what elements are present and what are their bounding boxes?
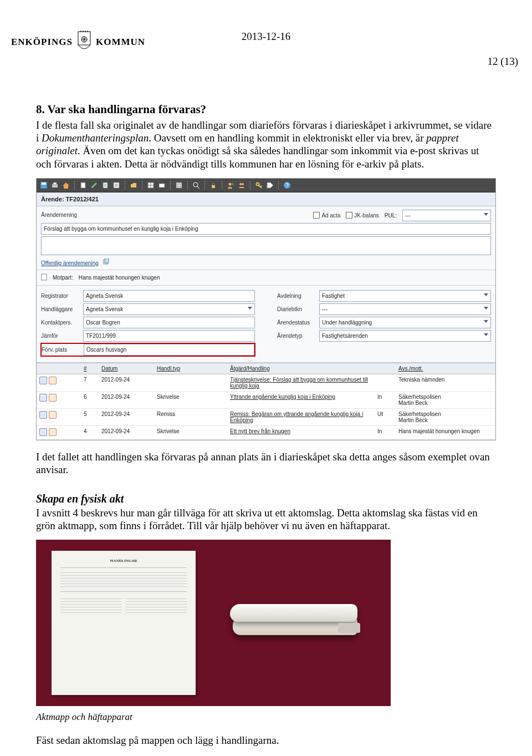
- svg-rect-5: [53, 182, 57, 185]
- handlingar-table: # Datum Handl.typ Åtgärd/Handling Avs./m…: [37, 363, 495, 440]
- user-add-icon[interactable]: [227, 181, 234, 189]
- row-open-icon[interactable]: [49, 411, 57, 419]
- arendestatus-select[interactable]: Under handläggning: [319, 317, 491, 328]
- folder-icon[interactable]: [130, 181, 137, 189]
- case-title: Ärende: TF2012/421: [37, 192, 495, 206]
- table-row[interactable]: 7 2012-09-24 Tjänsteskrivelse: Förslag a…: [37, 374, 495, 391]
- arendemening-input[interactable]: Förslag att bygga om kommunhuset en kung…: [41, 223, 491, 235]
- row-trash-icon[interactable]: [39, 411, 47, 419]
- print-icon[interactable]: [51, 181, 59, 189]
- table-row[interactable]: 5 2012-09-24 Remiss Remiss: Begäran om y…: [37, 408, 495, 425]
- edit-icon[interactable]: [90, 181, 98, 189]
- arendestatus-label: Ärendestatus: [277, 319, 316, 326]
- svg-point-12: [193, 182, 198, 187]
- table-icon[interactable]: [147, 181, 155, 189]
- doc-icon: [41, 273, 47, 282]
- crest-icon: [76, 31, 92, 55]
- row-open-icon[interactable]: [49, 394, 57, 402]
- tag-icon[interactable]: [266, 181, 274, 189]
- photo-aktmapp: HANDLINGAR: [36, 540, 391, 706]
- copy-icon[interactable]: [103, 260, 109, 266]
- section-8-title: 8. Var ska handlingarna förvaras?: [36, 103, 496, 116]
- svg-rect-13: [212, 185, 215, 188]
- svg-rect-11: [176, 182, 182, 188]
- app-toolbar: ?: [37, 179, 495, 192]
- org-left: ENKÖPINGS: [11, 37, 73, 47]
- org-logo: ENKÖPINGS KOMMUN: [11, 31, 155, 55]
- grid-icon[interactable]: [175, 181, 183, 189]
- arendemening-extra[interactable]: [41, 236, 491, 255]
- search-icon[interactable]: [192, 181, 200, 189]
- avdelning-label: Avdelning: [277, 293, 316, 299]
- card-icon[interactable]: [158, 181, 166, 189]
- col-atgard[interactable]: Åtgärd/Handling: [227, 363, 375, 374]
- motpart-label: Motpart:: [53, 275, 73, 281]
- arendetyp-select[interactable]: Fastighetsärenden: [319, 330, 491, 342]
- row-trash-icon[interactable]: [39, 394, 47, 402]
- table-row[interactable]: 4 2012-09-24 Skrivelse Ett nytt brev frå…: [37, 425, 495, 439]
- svg-text:?: ?: [285, 182, 289, 189]
- ad-acta-checkbox[interactable]: Ad acta: [313, 212, 340, 219]
- row-open-icon[interactable]: [49, 377, 57, 384]
- photo-paper: HANDLINGAR: [52, 551, 196, 695]
- handlaggare-select[interactable]: Agneta Svensk: [83, 303, 255, 315]
- pul-label: PUL:: [385, 212, 397, 219]
- photo-stapler: [230, 601, 360, 641]
- kontakt-input[interactable]: Oscar Bogren: [83, 317, 255, 328]
- jamfor-input[interactable]: TF2011/999: [83, 330, 255, 342]
- arendemening-label: Ärendemening: [41, 212, 77, 218]
- jk-balans-checkbox[interactable]: JK-balans: [346, 212, 378, 219]
- offentlig-link[interactable]: Offentlig ärendemening: [41, 260, 99, 266]
- list-icon[interactable]: [112, 181, 120, 189]
- avdelning-select[interactable]: Fastighet: [319, 290, 491, 302]
- diariebtkn-label: Diariebtkn: [277, 306, 316, 312]
- svg-rect-21: [105, 258, 109, 263]
- col-datum[interactable]: Datum: [99, 363, 154, 374]
- pul-select[interactable]: ---: [402, 210, 491, 221]
- svg-point-15: [239, 183, 242, 185]
- org-right: KOMMUN: [96, 37, 145, 47]
- handlaggare-label: Handläggare: [41, 306, 80, 312]
- svg-rect-22: [42, 274, 47, 280]
- page-indicator: 12 (13): [488, 55, 518, 68]
- help-icon[interactable]: ?: [283, 181, 291, 189]
- key-icon[interactable]: [255, 181, 263, 189]
- save-icon[interactable]: [40, 181, 48, 189]
- arendetyp-label: Ärendetyp: [277, 333, 316, 339]
- svg-point-16: [242, 183, 244, 185]
- col-handltyp[interactable]: Handl.typ: [154, 363, 209, 374]
- section-8-para: I de flesta fall ska originalet av de ha…: [36, 119, 496, 170]
- new-doc-icon[interactable]: [79, 181, 87, 189]
- col-num[interactable]: #: [81, 363, 99, 374]
- home-icon[interactable]: [62, 181, 70, 189]
- skapa-title: Skapa en fysisk akt: [36, 493, 496, 505]
- user-group-icon[interactable]: [238, 181, 245, 189]
- lock-icon[interactable]: [209, 181, 217, 189]
- row-trash-icon[interactable]: [39, 377, 47, 384]
- kontakt-label: Kontaktpers.: [41, 319, 80, 326]
- motpart-value: Hans majestät honungen knugen: [79, 275, 160, 281]
- table-row[interactable]: 6 2012-09-24 Skrivelse Yttrande angående…: [37, 391, 495, 408]
- app-screenshot: ? Ärende: TF2012/421 Ärendemening Ad act…: [36, 178, 496, 440]
- note-icon[interactable]: [101, 181, 109, 189]
- table-header-row: # Datum Handl.typ Åtgärd/Handling Avs./m…: [37, 363, 495, 374]
- col-avs[interactable]: Avs./mott.: [396, 363, 495, 374]
- svg-rect-3: [42, 182, 46, 185]
- svg-point-14: [229, 182, 232, 185]
- jamfor-label: Jämför: [41, 333, 80, 339]
- svg-rect-10: [159, 184, 165, 187]
- photo-caption: Aktmapp och häftapparat: [36, 712, 496, 723]
- registrator-input[interactable]: Agneta Svensk: [83, 290, 255, 302]
- after-screenshot-para: I det fallet att handlingen ska förvaras…: [36, 450, 496, 476]
- diariebtkn-select[interactable]: ---: [319, 303, 491, 315]
- registrator-label: Registrator: [41, 293, 80, 299]
- svg-rect-6: [81, 182, 85, 188]
- forvplats-input[interactable]: Oscars husvagn: [84, 344, 254, 356]
- svg-point-17: [257, 182, 259, 185]
- forvplats-label: Förv. plats: [42, 347, 80, 353]
- final-line: Fäst sedan aktomslag på mappen och lägg …: [36, 734, 496, 747]
- row-trash-icon[interactable]: [39, 428, 47, 436]
- row-open-icon[interactable]: [49, 428, 57, 436]
- skapa-para: I avsnitt 4 beskrevs hur man går tillväg…: [36, 506, 496, 532]
